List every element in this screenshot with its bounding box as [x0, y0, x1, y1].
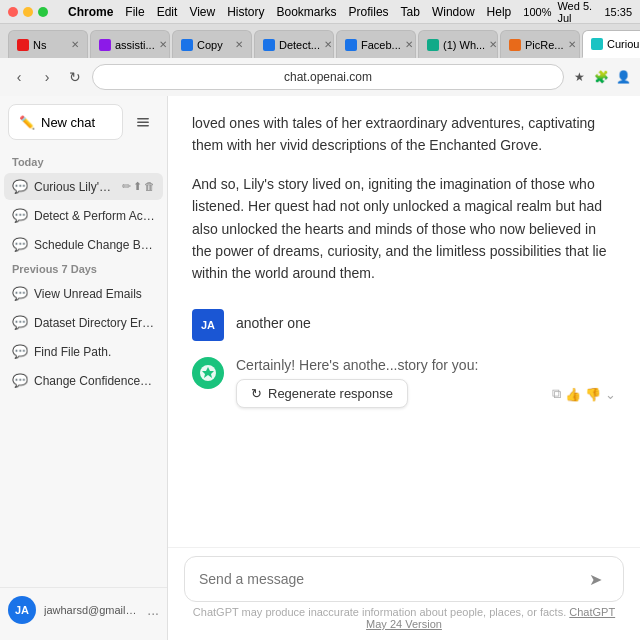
tab-assisting[interactable]: assisti... ✕: [90, 30, 170, 58]
delete-icon-0[interactable]: 🗑: [144, 180, 155, 193]
bookmark-icon[interactable]: ★: [570, 68, 588, 86]
menu-help[interactable]: Help: [487, 5, 512, 19]
sidebar-footer[interactable]: JA jawharsd@gmail.com ...: [0, 587, 167, 632]
tab-label-curio: Curiou...: [607, 38, 640, 50]
menu-file[interactable]: File: [125, 5, 144, 19]
input-box: ➤: [184, 556, 624, 602]
chat-area: loved ones with tales of her extraordina…: [168, 96, 640, 640]
tab-close-picre[interactable]: ✕: [568, 39, 576, 50]
sidebar-item-dataset[interactable]: 💬 Dataset Directory Error: [4, 309, 163, 336]
chat-icon-4: 💬: [12, 315, 28, 330]
avatar: JA: [8, 596, 36, 624]
footer-menu-dots[interactable]: ...: [147, 602, 159, 618]
reload-button[interactable]: ↻: [64, 66, 86, 88]
tab-ns[interactable]: Ns ✕: [8, 30, 88, 58]
tab-copy[interactable]: Copy ✕: [172, 30, 252, 58]
section-today-label: Today: [0, 152, 167, 172]
tab-label-facebook: Faceb...: [361, 39, 401, 51]
sidebar-item-text-1: Detect & Perform Actions.: [34, 209, 155, 223]
chat-icon-6: 💬: [12, 373, 28, 388]
profile-icon[interactable]: 👤: [614, 68, 632, 86]
chat-icon-2: 💬: [12, 237, 28, 252]
chat-icon-5: 💬: [12, 344, 28, 359]
disclaimer-text: ChatGPT may produce inaccurate informati…: [193, 606, 566, 618]
tab-close-facebook[interactable]: ✕: [405, 39, 413, 50]
tab-detect[interactable]: Detect... ✕: [254, 30, 334, 58]
nav-icons: ★ 🧩 👤: [570, 68, 632, 86]
user-message: JA another one: [192, 301, 616, 341]
back-button[interactable]: ‹: [8, 66, 30, 88]
tab-curio[interactable]: Curiou... ✕: [582, 30, 640, 58]
new-chat-row: ✏️ New chat: [0, 104, 167, 140]
tab-close-copy[interactable]: ✕: [235, 39, 243, 50]
menu-items: File Edit View History Bookmarks Profile…: [125, 5, 511, 19]
forward-button[interactable]: ›: [36, 66, 58, 88]
sidebar-item-text-2: Schedule Change BJ232 TUN...: [34, 238, 155, 252]
tab-picre[interactable]: PicRe... ✕: [500, 30, 580, 58]
menu-chrome[interactable]: Chrome: [68, 5, 113, 19]
sidebar-item-text-3: View Unread Emails: [34, 287, 155, 301]
thumbs-up-icon[interactable]: 👍: [565, 387, 581, 402]
chat-messages: loved ones with tales of her extraordina…: [168, 96, 640, 547]
share-icon-0[interactable]: ⬆: [133, 180, 142, 193]
date-display: Wed 5. Jul: [557, 0, 598, 24]
footer-email: jawharsd@gmail.com: [44, 604, 139, 616]
tab-favicon-curio: [591, 38, 603, 50]
menu-window[interactable]: Window: [432, 5, 475, 19]
copy-message-icon[interactable]: ⧉: [552, 386, 561, 402]
sidebar-expand-button[interactable]: [127, 106, 159, 138]
chat-icon-0: 💬: [12, 179, 28, 194]
minimize-button[interactable]: [23, 7, 33, 17]
menu-profiles[interactable]: Profiles: [349, 5, 389, 19]
menu-tab[interactable]: Tab: [401, 5, 420, 19]
sidebar: ✏️ New chat Today 💬 Curious Lily's Encha…: [0, 96, 168, 640]
tab-favicon-detect: [263, 39, 275, 51]
new-chat-button[interactable]: ✏️ New chat: [8, 104, 123, 140]
tab-label-detect: Detect...: [279, 39, 320, 51]
tab-close-detect[interactable]: ✕: [324, 39, 332, 50]
sidebar-item-detect-perform[interactable]: 💬 Detect & Perform Actions.: [4, 202, 163, 229]
sidebar-item-curious-lily[interactable]: 💬 Curious Lily's Enchan ✏ ⬆ 🗑: [4, 173, 163, 200]
assistant-message: Certainly! Here's anothe...story for you…: [192, 357, 616, 412]
menu-view[interactable]: View: [189, 5, 215, 19]
fullscreen-button[interactable]: [38, 7, 48, 17]
assistant-avatar: [192, 357, 224, 389]
tab-favicon-picre: [509, 39, 521, 51]
nav-bar: ‹ › ↻ chat.openai.com ★ 🧩 👤: [0, 58, 640, 96]
chat-icon-1: 💬: [12, 208, 28, 223]
menu-history[interactable]: History: [227, 5, 264, 19]
sidebar-item-text-0: Curious Lily's Enchan: [34, 180, 116, 194]
menu-bar-right: 100% Wed 5. Jul 15:35: [523, 0, 632, 24]
main-container: ✏️ New chat Today 💬 Curious Lily's Encha…: [0, 96, 640, 640]
sidebar-item-text-6: Change Confidence Thresh...: [34, 374, 155, 388]
menu-edit[interactable]: Edit: [157, 5, 178, 19]
tab-facebook[interactable]: Faceb... ✕: [336, 30, 416, 58]
regenerate-button[interactable]: ↻ Regenerate response: [236, 379, 408, 408]
regenerate-label: Regenerate response: [268, 386, 393, 401]
extensions-icon[interactable]: 🧩: [592, 68, 610, 86]
sidebar-item-confidence[interactable]: 💬 Change Confidence Thresh...: [4, 367, 163, 394]
address-bar[interactable]: chat.openai.com: [92, 64, 564, 90]
tab-close-ns[interactable]: ✕: [71, 39, 79, 50]
chevron-down-icon[interactable]: ⌄: [605, 387, 616, 402]
sidebar-item-view-unread[interactable]: 💬 View Unread Emails: [4, 280, 163, 307]
traffic-lights: [8, 7, 48, 17]
tab-close-wh[interactable]: ✕: [489, 39, 497, 50]
close-button[interactable]: [8, 7, 18, 17]
sidebar-item-text-4: Dataset Directory Error: [34, 316, 155, 330]
browser-chrome: Ns ✕ assisti... ✕ Copy ✕ Detect... ✕ Fac…: [0, 24, 640, 96]
tab-wh[interactable]: (1) Wh... ✕: [418, 30, 498, 58]
send-button[interactable]: ➤: [581, 565, 609, 593]
sidebar-item-schedule[interactable]: 💬 Schedule Change BJ232 TUN...: [4, 231, 163, 258]
sidebar-item-find-file[interactable]: 💬 Find File Path.: [4, 338, 163, 365]
message-input[interactable]: [199, 571, 573, 587]
tab-label-picre: PicRe...: [525, 39, 564, 51]
edit-icon-0[interactable]: ✏: [122, 180, 131, 193]
section-prev7-label: Previous 7 Days: [0, 259, 167, 279]
svg-rect-1: [137, 122, 149, 124]
user-avatar: JA: [192, 309, 224, 341]
thumbs-down-icon[interactable]: 👎: [585, 387, 601, 402]
message-actions: ⧉ 👍 👎 ⌄: [552, 379, 616, 408]
tab-close-assisting[interactable]: ✕: [159, 39, 167, 50]
menu-bookmarks[interactable]: Bookmarks: [277, 5, 337, 19]
